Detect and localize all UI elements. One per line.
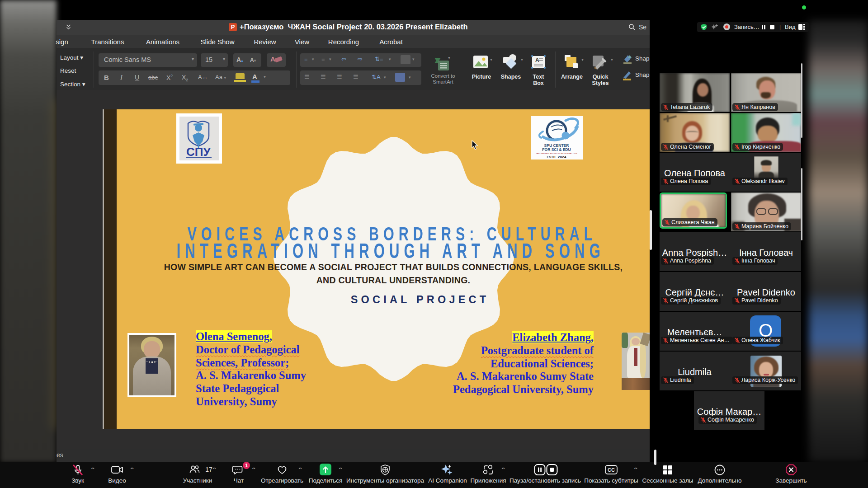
svg-text:PARTNERSHIP AND NETWORK INTERA: PARTNERSHIP AND NETWORK INTERACTION [536,152,577,155]
svg-text:CC: CC [608,467,615,473]
svg-text:FOR SCI & EDU: FOR SCI & EDU [542,147,571,152]
svg-text:СПУ: СПУ [186,145,211,159]
svg-text:A: A [535,57,539,63]
svg-text:ESTD 2024: ESTD 2024 [547,155,566,159]
